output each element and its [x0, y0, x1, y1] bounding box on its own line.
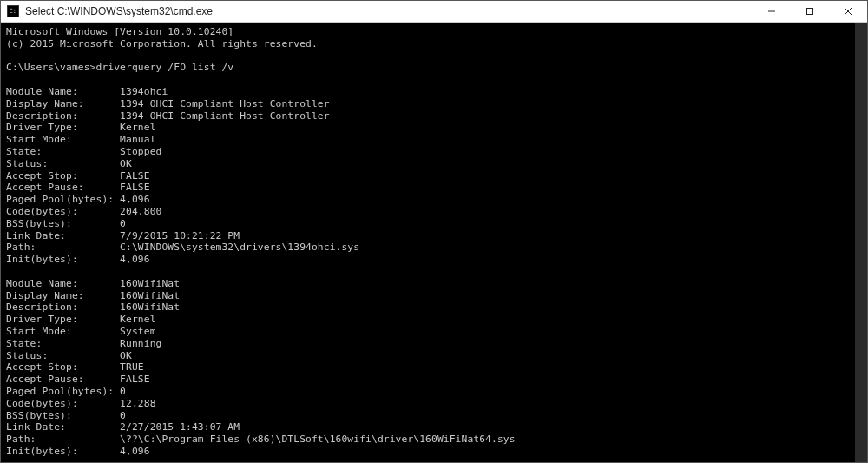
window-title: Select C:\WINDOWS\system32\cmd.exe	[25, 5, 753, 17]
svg-text:C:: C:	[10, 8, 16, 15]
svg-rect-4	[807, 9, 813, 15]
vertical-scrollbar[interactable]	[855, 23, 867, 462]
titlebar[interactable]: C: Select C:\WINDOWS\system32\cmd.exe	[1, 1, 867, 23]
client-area: Microsoft Windows [Version 10.0.10240] (…	[1, 23, 867, 462]
window-controls	[753, 1, 867, 22]
minimize-button[interactable]	[753, 1, 791, 22]
cmd-icon: C:	[6, 4, 20, 18]
close-button[interactable]	[829, 1, 867, 22]
terminal-output[interactable]: Microsoft Windows [Version 10.0.10240] (…	[1, 23, 855, 462]
cmd-window: C: Select C:\WINDOWS\system32\cmd.exe Mi…	[0, 0, 868, 463]
maximize-button[interactable]	[791, 1, 829, 22]
